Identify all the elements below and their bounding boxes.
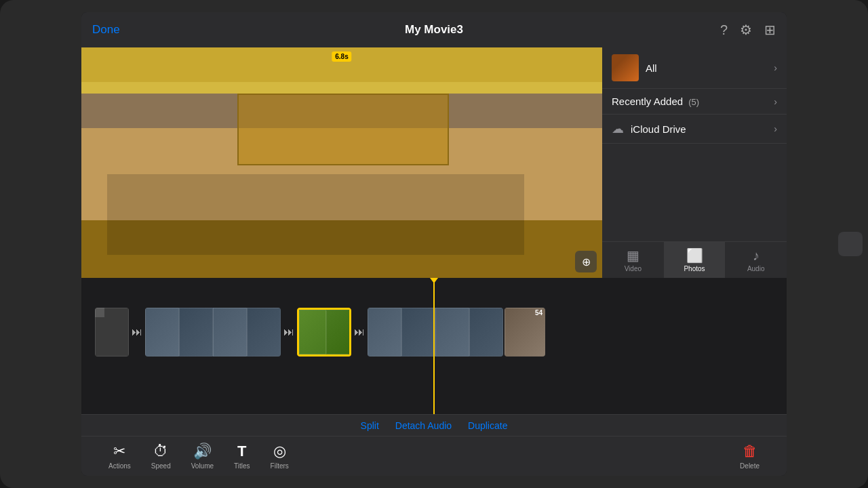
clip-2-frame-3 <box>213 308 247 357</box>
duplicate-button[interactable]: Duplicate <box>468 420 507 431</box>
media-empty-area <box>602 144 787 241</box>
clip-4-frame-4 <box>469 308 503 357</box>
media-item-all[interactable]: All › <box>602 47 787 89</box>
clip-2-frame-2 <box>179 308 213 357</box>
clip-divider-1: ⏭ <box>129 308 145 357</box>
context-actions: Split Detach Audio Duplicate <box>81 415 787 436</box>
classroom-scene <box>81 47 602 278</box>
clip-divider-2-icon: ⏭ <box>283 326 294 338</box>
tab-photos[interactable]: ⬜ Photos <box>664 242 726 278</box>
speed-label: Speed <box>151 462 171 470</box>
clip-3-selected[interactable] <box>297 308 351 357</box>
clip-1[interactable] <box>95 308 129 357</box>
delete-icon: 🗑 <box>743 443 757 460</box>
app-container: Done My Movie3 ? ⚙ ⊞ 6.8s ⊕ <box>81 12 787 476</box>
clip-2-frame-1 <box>145 308 179 357</box>
clip-5-num: 54 <box>535 309 542 317</box>
top-bar-left: Done <box>92 23 120 37</box>
media-item-recently-added[interactable]: Recently Added (5) › <box>602 89 787 115</box>
clip-2-frame-4 <box>247 308 281 357</box>
media-list: All › Recently Added (5) › ☁ iCloud Driv… <box>602 47 787 144</box>
actions-icon: ✂ <box>113 443 125 460</box>
media-browser: All › Recently Added (5) › ☁ iCloud Driv… <box>602 47 787 278</box>
clip-2[interactable] <box>145 308 281 357</box>
tool-group: ✂ Actions ⏱ Speed 🔊 Volume T <box>108 443 289 470</box>
photos-tab-label: Photos <box>684 265 705 272</box>
top-bar-right: ? ⚙ ⊞ <box>720 22 776 38</box>
recently-added-label: Recently Added (5) <box>612 96 768 107</box>
tool-actions: ✂ Actions ⏱ Speed 🔊 Volume T <box>81 436 787 476</box>
volume-label: Volume <box>191 462 214 470</box>
clip-3-inner <box>299 310 349 354</box>
app-title: My Movie3 <box>405 23 463 37</box>
audio-tab-icon: ♪ <box>753 248 760 264</box>
clip-divider-3-icon: ⏭ <box>354 326 365 338</box>
speed-icon: ⏱ <box>153 443 168 460</box>
split-button[interactable]: Split <box>361 420 379 431</box>
delete-label: Delete <box>740 462 760 470</box>
photos-tab-icon: ⬜ <box>686 247 703 264</box>
media-item-icloud[interactable]: ☁ iCloud Drive › <box>602 115 787 144</box>
tab-audio[interactable]: ♪ Audio <box>725 242 787 278</box>
chevron-icloud-icon: › <box>774 123 777 134</box>
volume-icon: 🔊 <box>193 443 212 460</box>
media-tabs: ▦ Video ⬜ Photos ♪ Audio <box>602 241 787 278</box>
filters-button[interactable]: ◎ Filters <box>271 443 289 470</box>
clip-4-frame-3 <box>435 308 469 357</box>
ipad-frame: Done My Movie3 ? ⚙ ⊞ 6.8s ⊕ <box>0 0 868 488</box>
right-edge <box>838 232 863 256</box>
clip-divider-1-icon: ⏭ <box>132 326 142 338</box>
actions-button[interactable]: ✂ Actions <box>108 443 131 470</box>
zoom-button[interactable]: ⊕ <box>575 251 597 272</box>
top-bar: Done My Movie3 ? ⚙ ⊞ <box>81 12 787 47</box>
clip-3-frame-1 <box>299 310 326 354</box>
clip-2-inner <box>145 308 281 357</box>
video-tab-label: Video <box>625 265 642 272</box>
clip-1-corner <box>95 308 104 317</box>
clip-divider-3: ⏭ <box>351 308 368 357</box>
audio-tab-label: Audio <box>747 265 765 272</box>
upper-section: 6.8s ⊕ All › <box>81 47 787 278</box>
video-tab-icon: ▦ <box>627 247 639 264</box>
clip-5[interactable]: 54 <box>505 308 545 357</box>
media-thumb-img-all <box>612 54 639 81</box>
filters-label: Filters <box>271 462 289 470</box>
actions-label: Actions <box>108 462 131 470</box>
help-icon[interactable]: ? <box>720 22 728 38</box>
media-thumb-all <box>612 54 639 81</box>
clip-4[interactable] <box>368 308 503 357</box>
icloud-label: iCloud Drive <box>631 123 768 135</box>
playhead <box>433 278 435 414</box>
chevron-all-icon: › <box>774 62 777 73</box>
detach-audio-button[interactable]: Detach Audio <box>395 420 452 431</box>
done-button[interactable]: Done <box>92 23 120 37</box>
filters-icon: ◎ <box>273 443 286 460</box>
delete-button[interactable]: 🗑 Delete <box>740 443 760 470</box>
clip-divider-2: ⏭ <box>281 308 297 357</box>
titles-button[interactable]: T Titles <box>234 443 250 470</box>
time-badge: 6.8s <box>332 52 351 62</box>
icloud-icon: ☁ <box>612 121 624 136</box>
clip-4-inner <box>368 308 503 357</box>
bottom-toolbar: Split Detach Audio Duplicate ✂ Actions ⏱… <box>81 414 787 476</box>
clip-4-frame-2 <box>401 308 435 357</box>
tab-video[interactable]: ▦ Video <box>602 242 664 278</box>
video-preview: 6.8s ⊕ <box>81 47 602 278</box>
media-item-all-label: All <box>646 62 768 74</box>
titles-icon: T <box>237 443 246 460</box>
split-screen-icon[interactable]: ⊞ <box>764 22 776 38</box>
timeline-area[interactable]: ⏭ ⏭ <box>81 278 787 414</box>
speed-button[interactable]: ⏱ Speed <box>151 443 171 470</box>
titles-label: Titles <box>234 462 250 470</box>
clip-3-frame-2 <box>326 310 349 354</box>
chevron-recently-added-icon: › <box>774 96 777 107</box>
recently-added-badge: (5) <box>688 97 699 107</box>
clip-4-frame-1 <box>368 308 401 357</box>
volume-button[interactable]: 🔊 Volume <box>191 443 214 470</box>
settings-icon[interactable]: ⚙ <box>740 22 752 38</box>
main-content: 6.8s ⊕ All › <box>81 47 787 476</box>
